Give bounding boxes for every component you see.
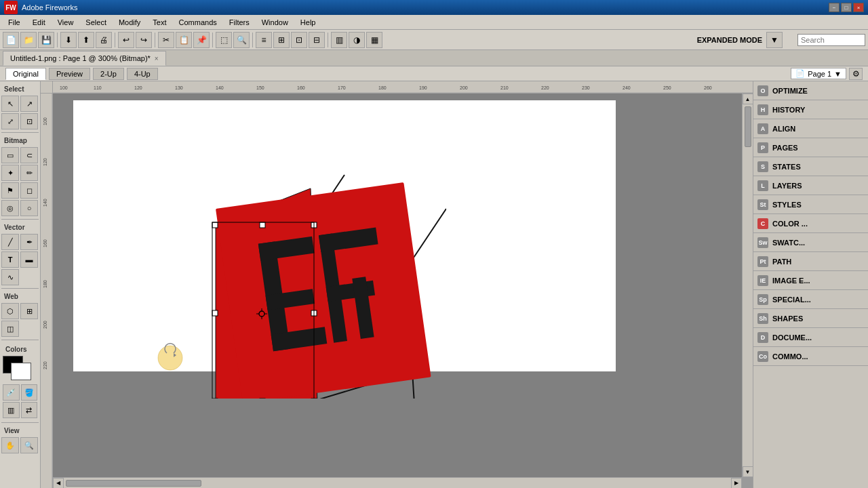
tab-preview[interactable]: Preview	[49, 68, 90, 80]
panel-image-edit[interactable]: IE IMAGE E...	[753, 271, 868, 290]
eraser-tool[interactable]: ◻	[20, 182, 38, 199]
vertical-scrollbar[interactable]: ▲ ▼	[742, 94, 753, 477]
panel-document[interactable]: D DOCUME...	[753, 328, 868, 347]
panel-align[interactable]: A ALIGN	[753, 119, 868, 138]
panel-path[interactable]: Pt PATH	[753, 252, 868, 271]
menu-text[interactable]: Text	[147, 17, 172, 28]
document-tab[interactable]: Untitled-1.png : Page 1 @ 300% (Bitmap)*…	[3, 51, 166, 66]
hide-slices-tool[interactable]: ◫	[1, 321, 19, 337]
scroll-left-arrow[interactable]: ◀	[53, 478, 64, 489]
menu-file[interactable]: File	[3, 17, 26, 28]
menu-filters[interactable]: Filters	[224, 17, 255, 28]
mask-button[interactable]: ◑	[349, 32, 365, 48]
scroll-down-arrow[interactable]: ▼	[743, 466, 753, 477]
pen-tool[interactable]: ✒	[20, 234, 38, 250]
hand-tool[interactable]: ✋	[1, 437, 19, 453]
graphic-container[interactable]	[107, 121, 446, 400]
page-selector[interactable]: 📄 Page 1 ▼	[791, 68, 846, 79]
search-input[interactable]	[797, 34, 865, 46]
dodge-tool[interactable]: ○	[20, 200, 38, 216]
save-button[interactable]: 💾	[38, 32, 54, 48]
new-button[interactable]: 📄	[3, 32, 19, 48]
print-button[interactable]: 🖨	[96, 32, 112, 48]
import-button[interactable]: ⬇	[60, 32, 77, 48]
fill-color-swatch[interactable]	[11, 363, 31, 380]
freeform-tool[interactable]: ∿	[1, 269, 19, 285]
brush-tool[interactable]: ✏	[20, 165, 38, 181]
magic-wand-tool[interactable]: ✦	[1, 165, 19, 181]
pointer-tool[interactable]: ↖	[1, 96, 19, 112]
menu-view[interactable]: View	[52, 17, 79, 28]
undo-button[interactable]: ↩	[118, 32, 134, 48]
cut-button[interactable]: ✂	[158, 32, 174, 48]
group-button[interactable]: ⊡	[291, 32, 307, 48]
redo-button[interactable]: ↪	[136, 32, 152, 48]
ungroup-button[interactable]: ⊟	[309, 32, 325, 48]
tab-2up[interactable]: 2-Up	[93, 68, 124, 80]
blur-tool[interactable]: ◎	[1, 200, 19, 216]
main-area: Select ↖ ↗ ⤢ ⊡ Bitmap ▭ ⊂ ✦ ✏ ⚑ ◻ ◎ ○ Ve…	[0, 81, 868, 488]
subselect-tool[interactable]: ↗	[20, 96, 38, 112]
scroll-thumb-vertical[interactable]	[745, 106, 751, 147]
paste-button[interactable]: 📌	[193, 32, 210, 48]
panel-shapes[interactable]: Sh SHAPES	[753, 309, 868, 328]
tab-original[interactable]: Original	[5, 68, 46, 80]
rubber-stamp-tool[interactable]: ⚑	[1, 182, 19, 199]
select-all-button[interactable]: ⬚	[216, 32, 232, 48]
panel-color[interactable]: C COLOR ...	[753, 214, 868, 233]
panel-styles[interactable]: St STYLES	[753, 195, 868, 214]
menu-modify[interactable]: Modify	[113, 17, 146, 28]
minimize-button[interactable]: −	[829, 3, 840, 12]
select-tools-row: ↖ ↗	[1, 96, 39, 112]
panel-common[interactable]: Co COMMO...	[753, 347, 868, 366]
scroll-thumb-horizontal[interactable]	[66, 480, 201, 487]
merge-button[interactable]: ▥	[331, 32, 347, 48]
menu-window[interactable]: Window	[256, 17, 294, 28]
panel-swatches[interactable]: Sw SWATC...	[753, 233, 868, 252]
swap-colors-btn[interactable]: ⇄	[21, 402, 38, 418]
svg-text:190: 190	[419, 85, 427, 90]
scroll-up-arrow[interactable]: ▲	[743, 94, 753, 104]
zoom-button[interactable]: 🔍	[233, 32, 250, 48]
titlebar-controls[interactable]: − □ ×	[829, 3, 864, 12]
panel-states[interactable]: S STATES	[753, 157, 868, 176]
open-button[interactable]: 📁	[20, 32, 37, 48]
panel-optimize[interactable]: O OPTIMIZE	[753, 81, 868, 100]
tab-4up[interactable]: 4-Up	[127, 68, 158, 80]
eyedropper-tool[interactable]: 💉	[3, 384, 20, 401]
panel-special[interactable]: Sp SPECIAL...	[753, 290, 868, 309]
bitmap-section-label: Bitmap	[1, 136, 39, 146]
scroll-right-arrow[interactable]: ▶	[731, 478, 742, 489]
menu-commands[interactable]: Commands	[174, 17, 222, 28]
page-options-button[interactable]: ⚙	[849, 68, 863, 80]
mode-dropdown[interactable]: ▼	[766, 32, 783, 48]
distribute-button[interactable]: ⊞	[273, 32, 290, 48]
close-button[interactable]: ×	[853, 3, 864, 12]
tab-close-button[interactable]: ×	[155, 55, 159, 62]
gradient-tool[interactable]: ▥	[3, 402, 20, 418]
export-button[interactable]: ⬆	[78, 32, 94, 48]
menu-help[interactable]: Help	[295, 17, 321, 28]
horizontal-scrollbar[interactable]: ◀ ▶	[53, 477, 742, 488]
panel-pages[interactable]: P PAGES	[753, 138, 868, 157]
blend-button[interactable]: ▦	[366, 32, 382, 48]
maximize-button[interactable]: □	[841, 3, 852, 12]
align-button[interactable]: ≡	[256, 32, 272, 48]
line-tool[interactable]: ╱	[1, 234, 19, 250]
scale-tool[interactable]: ⤢	[1, 113, 19, 129]
crop-tool[interactable]: ⊡	[20, 113, 38, 129]
marquee-tool[interactable]: ▭	[1, 147, 19, 163]
panel-history[interactable]: H HISTORY	[753, 100, 868, 119]
slice-tool[interactable]: ⊞	[20, 303, 38, 319]
zoom-view-tool[interactable]: 🔍	[20, 437, 38, 453]
rectangle-tool[interactable]: ▬	[20, 251, 38, 268]
text-tool[interactable]: T	[1, 251, 19, 268]
menu-edit[interactable]: Edit	[27, 17, 51, 28]
copy-button[interactable]: 📋	[176, 32, 192, 48]
menu-select[interactable]: Select	[80, 17, 112, 28]
document-tab-title: Untitled-1.png : Page 1 @ 300% (Bitmap)*	[10, 54, 151, 62]
hotspot-tool[interactable]: ⬡	[1, 303, 19, 319]
paint-bucket-tool[interactable]: 🪣	[21, 384, 38, 401]
panel-layers[interactable]: L LAYERS	[753, 176, 868, 195]
lasso-tool[interactable]: ⊂	[20, 147, 38, 163]
